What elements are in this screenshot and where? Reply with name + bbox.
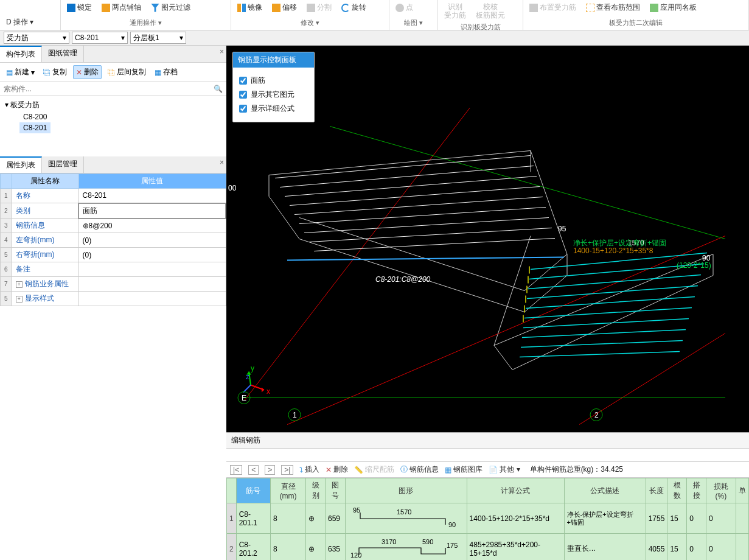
table-row[interactable]: 1 C8-201.1 8 ⊕ 659 95 1570 90 1400-15+12… [227,503,749,534]
delete-button[interactable]: ✕删除 [73,65,102,79]
recog-force-button: 识别 受力筋 [442,1,469,21]
prop-name: 名称 [12,189,78,203]
prop-value[interactable]: (0) [78,233,226,248]
group-label-draw[interactable]: 绘图 ▾ [393,17,434,29]
close-prop-icon[interactable]: × [220,158,224,167]
expand-icon[interactable]: + [16,281,23,288]
archive-button[interactable]: ▦存档 [152,65,180,79]
view-range-button[interactable]: 查看布筋范围 [584,1,643,14]
two-point-aux-button[interactable]: 两点辅轴 [99,1,144,14]
floor-copy-icon: ⿻ [108,68,115,77]
prop-group[interactable]: +钢筋业务属性 [12,277,78,292]
col-shape[interactable]: 图形 [345,478,467,503]
left-panel: 构件列表 图纸管理 × ▤新建 ▾ ⿻复制 ✕删除 ⿻层间复制 ▦存档 🔍 ▾ … [0,46,226,560]
rebar-lib-button[interactable]: ▦钢筋图库 [445,464,482,475]
table-row[interactable]: 2 C8-201.2 8 ⊕ 635 120 3170 590 175 485+… [227,534,749,561]
lib-icon: ▦ [445,466,451,474]
new-button[interactable]: ▤新建 ▾ [4,65,37,79]
tab-components[interactable]: 构件列表 [0,46,42,62]
ruler-icon: 📏 [354,466,363,474]
copy-button[interactable]: ⿻复制 [41,65,69,79]
mirror-button[interactable]: 镜像 [235,1,265,14]
svg-text:y: y [251,364,254,373]
point-button: 点 [393,1,416,14]
member-type-dropdown[interactable]: 受力筋▾ [4,32,69,44]
col-qty[interactable]: 根数 [667,478,687,503]
component-tree: ▾ 板受力筋 C8-200 C8-201 [0,96,226,136]
col-shape-no[interactable]: 图号 [325,478,345,503]
svg-line-1 [245,108,470,401]
nav-next[interactable]: > [265,465,275,475]
sublayer-dropdown[interactable]: 分层板1▾ [130,32,186,44]
svg-text:120: 120 [350,551,361,559]
prop-group[interactable]: +显示样式 [12,292,78,306]
svg-line-6 [275,156,531,178]
svg-text:00: 00 [228,184,237,192]
col-desc[interactable]: 公式描述 [564,478,646,503]
prop-name: 右弯折(mm) [12,248,78,262]
col-grade[interactable]: 级别 [306,478,326,503]
tree-root[interactable]: ▾ 板受力筋 [0,99,226,111]
svg-text:净长+保护层+设定弯折+锚固: 净长+保护层+设定弯折+锚固 [573,239,666,247]
svg-line-25 [520,352,680,357]
lock-button[interactable]: 锁定 [64,1,94,14]
3d-viewport[interactable]: 钢筋显示控制面板 面筋 显示其它图元 显示详细公式 [226,46,749,432]
svg-text:x: x [267,387,270,396]
member-name-dropdown[interactable]: C8-201▾ [72,32,128,44]
prop-value[interactable]: (0) [78,248,226,262]
svg-text:90: 90 [448,521,456,528]
prop-value[interactable]: 面筋 [78,203,226,219]
nav-last[interactable]: >| [281,465,293,475]
group-label-common[interactable]: 通用操作 ▾ [64,17,227,29]
page-icon: 📄 [489,466,498,474]
rotate-button[interactable]: 旋转 [339,1,369,14]
offset-button[interactable]: 偏移 [270,1,299,14]
property-table: 属性名称属性值 1名称C8-201 2类别面筋 3钢筋信息⊕8@200 4左弯折… [0,173,226,306]
col-loss[interactable]: 损耗(%) [706,478,736,503]
other-menu[interactable]: 📄其他 ▾ [489,464,520,475]
col-formula[interactable]: 计算公式 [467,478,564,503]
svg-text:95: 95 [353,506,360,514]
close-panel-icon[interactable]: × [220,47,224,56]
group-label-modify[interactable]: 修改 ▾ [235,17,385,29]
info-icon: ⓘ [400,464,408,475]
tab-layers[interactable]: 图层管理 [42,156,84,173]
rebar-table: 筋号 直径(mm) 级别 图号 图形 计算公式 公式描述 长度 根数 搭接 损耗… [226,478,749,560]
rebar-editor-dock: 编辑钢筋 |< < > >| ⤵插入 ✕删除 📏缩尺配筋 ⓘ钢筋信息 ▦钢筋图库… [226,432,749,560]
rebar-info-button[interactable]: ⓘ钢筋信息 [400,464,439,475]
delete-row-button[interactable]: ✕删除 [326,464,348,475]
layout-icon [529,4,538,12]
svg-text:95: 95 [558,225,566,233]
range-icon [586,4,594,12]
point-icon [395,4,404,12]
d-ops-menu[interactable]: D 操作 ▾ [4,16,57,29]
svg-text:1400-15+120-2*15+35*8: 1400-15+120-2*15+35*8 [573,247,653,255]
nav-first[interactable]: |< [230,465,242,475]
nav-prev[interactable]: < [248,465,259,475]
tree-item[interactable]: C8-200 [0,111,226,122]
col-dia[interactable]: 直径(mm) [270,478,305,503]
col-len[interactable]: 长度 [646,478,667,503]
tab-properties[interactable]: 属性列表 [0,156,42,173]
prop-value[interactable] [78,262,226,277]
apply-same-button[interactable]: 应用同名板 [647,1,699,14]
split-button: 分割 [304,1,334,14]
prop-value[interactable]: C8-201 [78,189,226,203]
delete-icon: ✕ [326,466,332,474]
col-unit[interactable]: 单 [736,478,748,503]
expand-icon[interactable]: + [16,296,23,303]
insert-button[interactable]: ⤵插入 [299,464,319,475]
scene-svg: C8-201:C8@200 00 95 1570 90 净长+保护层+设定弯折+… [226,46,749,432]
search-icon[interactable]: 🔍 [214,85,223,93]
search-input[interactable] [4,85,214,93]
svg-text:590: 590 [422,538,433,545]
tab-drawings[interactable]: 图纸管理 [42,46,84,62]
filter-button[interactable]: 图元过滤 [148,1,193,14]
floor-copy-button[interactable]: ⿻层间复制 [105,65,148,79]
prop-value[interactable]: ⊕8@200 [78,219,226,233]
col-code[interactable]: 筋号 [236,478,270,503]
svg-line-0 [287,236,725,425]
offset-icon [272,4,280,12]
col-lap[interactable]: 搭接 [687,478,706,503]
tree-item-selected[interactable]: C8-201 [19,122,51,133]
